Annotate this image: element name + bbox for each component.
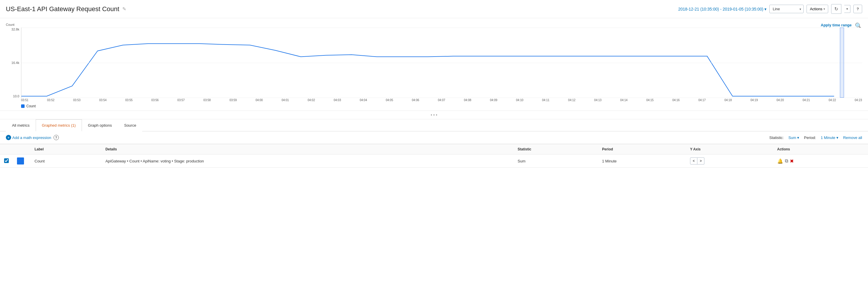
row-checkbox[interactable] <box>4 158 9 163</box>
edit-icon[interactable]: ✎ <box>122 6 126 12</box>
copy-icon[interactable]: ⧉ <box>785 158 788 164</box>
row-color-cell[interactable] <box>13 155 30 168</box>
apply-time-range-link[interactable]: Apply time range <box>821 23 851 27</box>
tab-source[interactable]: Source <box>118 119 142 131</box>
chart-type-select-wrapper: Line Area Stacked area Number <box>769 5 804 13</box>
tabs-row: All metrics Graphed metrics (1) Graph op… <box>0 119 868 131</box>
col-header-statistic: Statistic <box>514 144 598 155</box>
chart-container <box>21 28 862 98</box>
row-details: ApiGateway • Count • ApiName: voting • S… <box>101 155 514 168</box>
header-bar: US-East-1 API Gateway Request Count ✎ 20… <box>0 0 868 18</box>
panel-divider[interactable]: • • • <box>0 111 868 119</box>
col-header-color <box>13 144 30 155</box>
col-header-period: Period <box>598 144 686 155</box>
remove-icon[interactable]: ✖ <box>790 158 794 164</box>
row-label: Count <box>30 155 101 168</box>
tab-graph-options[interactable]: Graph options <box>82 119 118 131</box>
legend-color <box>21 104 25 108</box>
chart-legend: Count <box>6 104 862 108</box>
metrics-panel: + Add a math expression ? Statistic: Sum… <box>0 131 868 168</box>
yaxis-left-button[interactable]: < <box>690 158 698 164</box>
date-range-button[interactable]: 2018-12-21 (10:35:00) - 2019-01-05 (10:3… <box>678 7 767 11</box>
col-header-actions: Actions <box>773 144 868 155</box>
tab-all-metrics[interactable]: All metrics <box>6 119 36 131</box>
y-axis-label: Count <box>6 23 862 26</box>
chart-selection[interactable] <box>840 28 844 98</box>
col-header-yaxis: Y Axis <box>686 144 773 155</box>
row-period: 1 Minute <box>598 155 686 168</box>
row-yaxis[interactable]: < > <box>686 155 773 168</box>
table-row: Count ApiGateway • Count • ApiName: voti… <box>0 155 868 168</box>
chart-type-select[interactable]: Line Area Stacked area Number <box>769 5 804 13</box>
page-title: US-East-1 API Gateway Request Count ✎ <box>6 5 675 13</box>
row-actions[interactable]: 🔔 ⧉ ✖ <box>773 155 868 168</box>
add-icon: + <box>6 135 11 140</box>
col-header-details: Details <box>101 144 514 155</box>
action-icons: 🔔 ⧉ ✖ <box>777 158 864 164</box>
tab-graphed-metrics[interactable]: Graphed metrics (1) <box>36 119 82 131</box>
remove-all-button[interactable]: Remove all <box>843 135 862 140</box>
row-checkbox-cell[interactable] <box>0 155 13 168</box>
actions-button[interactable]: Actions ▾ <box>807 5 828 13</box>
toolbar-right: Statistic: Sum Period: 1 Minute Remove a… <box>769 135 862 140</box>
chart-area: Apply time range 🔍 Count 32.8k 16.4k 10.… <box>0 18 868 108</box>
alarm-icon[interactable]: 🔔 <box>777 158 783 164</box>
metrics-table: Label Details Statistic Period Y Axis Ac… <box>0 144 868 168</box>
add-math-expression-button[interactable]: + Add a math expression <box>6 135 51 140</box>
help-button[interactable]: ? <box>854 5 862 13</box>
col-header-label: Label <box>30 144 101 155</box>
y-axis-labels: 32.8k 16.4k 10.0 <box>6 28 19 98</box>
x-axis-labels: 03:51 03:52 03:53 03:54 03:55 03:56 03:5… <box>21 98 862 102</box>
yaxis-right-button[interactable]: > <box>698 158 705 164</box>
legend-label: Count <box>26 104 36 108</box>
table-header-row: Label Details Statistic Period Y Axis Ac… <box>0 144 868 155</box>
statistic-dropdown[interactable]: Sum <box>788 135 799 140</box>
metrics-toolbar: + Add a math expression ? Statistic: Sum… <box>0 131 868 144</box>
yaxis-buttons: < > <box>690 158 769 164</box>
col-header-checkbox <box>0 144 13 155</box>
refresh-split-button[interactable]: ▾ <box>844 5 850 13</box>
refresh-button[interactable]: ↻ <box>831 4 841 14</box>
period-dropdown[interactable]: 1 Minute <box>820 135 838 140</box>
help-math-icon[interactable]: ? <box>54 135 59 140</box>
color-swatch[interactable] <box>17 158 24 164</box>
row-statistic: Sum <box>514 155 598 168</box>
